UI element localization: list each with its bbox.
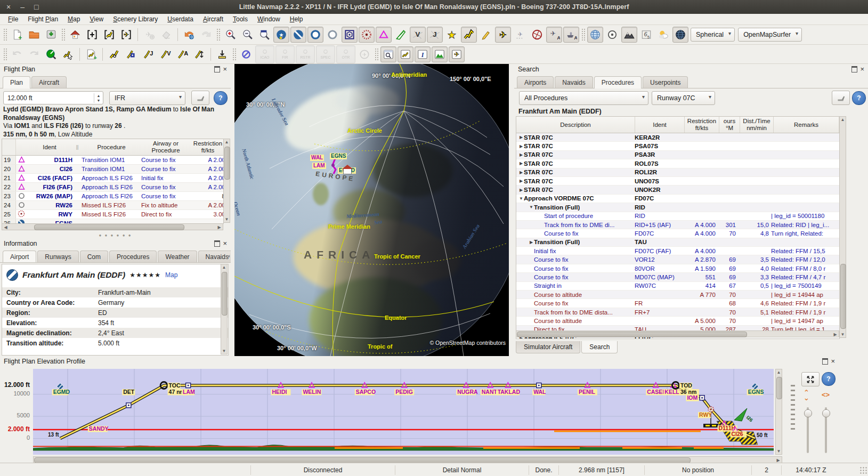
- add-position-button[interactable]: [106, 46, 122, 62]
- procedure-tree-row[interactable]: ▶STAR 07CPSA3R: [516, 151, 839, 159]
- flight-plan-table-vscrollbar[interactable]: ▲▼: [223, 139, 230, 223]
- expand-icon[interactable]: ▶: [518, 170, 524, 175]
- show-important-points-button[interactable]: ★: [444, 27, 460, 43]
- zoom-in-button[interactable]: [222, 27, 238, 43]
- map-canvas[interactable]: 90° 00' 00,0"NAntimeridian150° 00' 00,0"…: [234, 64, 509, 356]
- adjust-altitude-button[interactable]: [214, 46, 230, 62]
- map-theme-combo[interactable]: OpenMapSurfer: [738, 28, 802, 42]
- menu-userdata[interactable]: Userdata: [163, 14, 198, 24]
- zoom-reset-button[interactable]: [256, 27, 272, 43]
- calc-direct-button[interactable]: [123, 46, 139, 62]
- show-victor-airways-button[interactable]: V: [410, 27, 426, 43]
- expand-icon[interactable]: ▶: [518, 188, 524, 192]
- tab-airports[interactable]: Airports: [517, 76, 554, 88]
- procedure-tree-row[interactable]: Course to fixMD07C (MAP)551693,3Related:…: [516, 273, 839, 281]
- window-maximize-button[interactable]: □: [34, 0, 38, 14]
- procedure-tree-table[interactable]: DescriptionIdentRestrictionft/ktsours°MD…: [516, 116, 840, 339]
- tree-column-header[interactable]: Description: [516, 117, 635, 133]
- procedure-tree-hscrollbar[interactable]: ◀▶: [516, 330, 839, 337]
- undo-button[interactable]: [9, 46, 25, 62]
- menu-flight-plan[interactable]: Flight Plan: [23, 14, 63, 24]
- window-minimize-button[interactable]: –: [20, 0, 25, 14]
- close-icon[interactable]: ×: [860, 67, 864, 72]
- expand-icon[interactable]: ▶: [518, 152, 524, 157]
- calc-set-altitude-button[interactable]: A: [174, 46, 190, 62]
- help-button[interactable]: ?: [214, 91, 228, 105]
- show-ai-aircraft-button[interactable]: ✈A: [546, 27, 562, 43]
- runway-filter-combo[interactable]: Runway 07C: [652, 91, 715, 105]
- reverse-plan-button[interactable]: [191, 46, 207, 62]
- menu-scenery-library[interactable]: Scenery Library: [108, 14, 163, 24]
- airspace-other-button[interactable]: OTR: [336, 45, 355, 63]
- spinner-arrows-icon[interactable]: ▲▼: [94, 93, 103, 103]
- show-globe-projection-button[interactable]: [672, 27, 688, 43]
- tab-aircraft[interactable]: Aircraft: [31, 76, 67, 88]
- map-link[interactable]: Map: [165, 271, 177, 279]
- flight-rules-combo[interactable]: IFR: [109, 91, 185, 105]
- horizontal-zoom-slider-handle[interactable]: [822, 409, 830, 417]
- float-icon[interactable]: [851, 66, 857, 72]
- show-waypoints-button[interactable]: [376, 27, 392, 43]
- procedure-filter-combo[interactable]: All Procedures: [519, 91, 648, 105]
- map-forward-button[interactable]: [198, 27, 214, 43]
- expand-icon[interactable]: ▶: [518, 161, 524, 166]
- expand-icon[interactable]: ▶: [518, 144, 524, 149]
- procedure-tree-row[interactable]: ▶STAR 07CKERA2R: [516, 133, 839, 142]
- airspace-online-button[interactable]: [238, 46, 254, 62]
- show-cities-button[interactable]: [604, 27, 620, 43]
- tree-column-header[interactable]: Remarks: [774, 117, 839, 133]
- procedure-tree-row[interactable]: ▶STAR 07CPSA07S: [516, 142, 839, 150]
- procedure-tree-row[interactable]: ▼Approach VORDME 07CFD07C: [516, 195, 839, 203]
- tab-procedures[interactable]: Procedures: [594, 76, 642, 88]
- profile-expand-button[interactable]: [801, 372, 820, 386]
- calc-high-airway-button[interactable]: J: [140, 46, 156, 62]
- new-flight-plan-button[interactable]: +: [9, 27, 25, 43]
- menu-view[interactable]: View: [85, 14, 108, 24]
- show-whole-flight-plan-button[interactable]: [43, 46, 59, 62]
- show-unlighted-airports-button[interactable]: [325, 27, 340, 43]
- window-close-button[interactable]: ×: [6, 0, 11, 14]
- show-flight-plan-button[interactable]: [461, 27, 477, 43]
- center-aircraft-button[interactable]: ✈: [118, 27, 134, 43]
- airspace-special-button[interactable]: SPEC: [316, 45, 335, 63]
- tab-navaids[interactable]: Navaids: [555, 76, 593, 88]
- delete-aircraft-trail-button[interactable]: [158, 27, 174, 43]
- float-icon[interactable]: [822, 358, 828, 365]
- menu-file[interactable]: File: [3, 14, 23, 24]
- tab-navaids[interactable]: Navaids: [198, 251, 231, 262]
- flight-plan-table-hscrollbar[interactable]: ◀▶: [2, 223, 223, 230]
- flight-plan-table-row[interactable]: 22FI26 (FAF)Approach ILS FI26Course to f…: [2, 183, 223, 192]
- open-flight-plan-button[interactable]: [26, 27, 42, 43]
- show-hillshading-button[interactable]: [621, 27, 637, 43]
- airspace-restricted-button[interactable]: RSTR: [296, 45, 315, 63]
- menu-map[interactable]: Map: [63, 14, 85, 24]
- procedure-tree-row[interactable]: Course to fixFD07CA 4.000704,8Turn right…: [516, 229, 839, 238]
- show-minimum-altitude-button[interactable]: 65: [638, 27, 654, 43]
- show-vor-button[interactable]: [342, 27, 358, 43]
- center-flight-plan-button[interactable]: [101, 27, 117, 43]
- procedure-tree-row[interactable]: ▶STAR 07CROLI2R: [516, 168, 839, 177]
- menu-tools[interactable]: Tools: [228, 14, 253, 24]
- show-jet-airways-button[interactable]: J: [427, 27, 443, 43]
- flight-plan-table-row[interactable]: 20CI26Transition IOM1Course to fixA 2.00: [2, 165, 223, 174]
- close-icon[interactable]: ×: [223, 241, 227, 246]
- close-icon[interactable]: ×: [831, 359, 835, 364]
- show-aircraft-button[interactable]: ✈: [495, 27, 511, 43]
- center-mark-button[interactable]: [84, 27, 100, 43]
- menu-help[interactable]: Help: [285, 14, 308, 24]
- procedure-tree-row[interactable]: Track from fix to DME dista...FR+7705,1R…: [516, 308, 839, 317]
- show-soft-airports-button[interactable]: [290, 27, 306, 43]
- zoom-out-button[interactable]: [239, 27, 255, 43]
- tab-userpoints[interactable]: Userpoints: [643, 76, 688, 88]
- profile-window-button[interactable]: [432, 46, 448, 62]
- bottom-tab-simulator-aircraft[interactable]: Simulator Aircraft: [516, 341, 580, 353]
- show-ils-button[interactable]: [393, 27, 409, 43]
- follow-selection-button[interactable]: [832, 91, 850, 105]
- expand-icon[interactable]: ▶: [529, 240, 534, 245]
- menu-window[interactable]: Window: [253, 14, 285, 24]
- expand-icon[interactable]: ▶: [518, 179, 524, 183]
- tree-column-header[interactable]: Ident: [635, 117, 685, 133]
- flight-plan-table[interactable]: Ident||ProcedureAirway orProcedureRestri…: [2, 139, 224, 224]
- procedure-tree-row[interactable]: Course to fix80VORA 1.590694,0Related: F…: [516, 264, 839, 273]
- dock-splitter-handle[interactable]: ● ● ● ● ● ●: [0, 233, 231, 237]
